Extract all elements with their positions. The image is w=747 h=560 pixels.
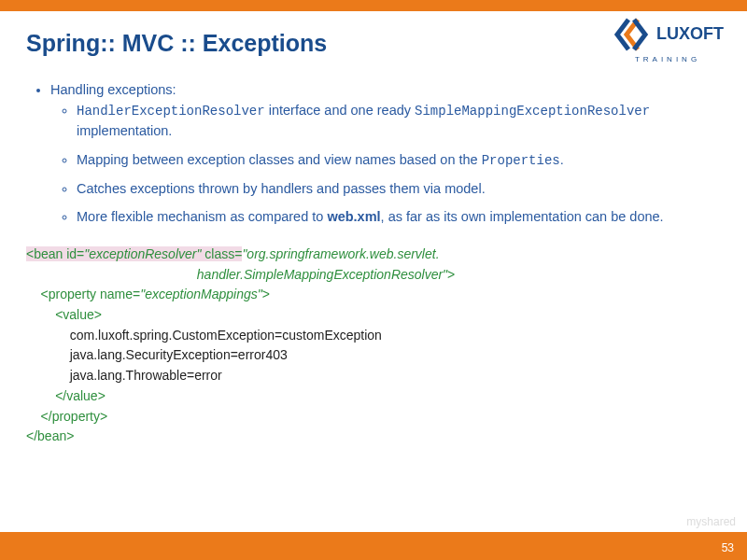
tok-angle-close-1: > — [447, 267, 455, 282]
text-post-1: implementation. — [77, 123, 172, 138]
tok-class-attr: class= — [204, 246, 242, 261]
page-number: 53 — [722, 541, 734, 554]
tok-id-val: "exceptionResolver" — [84, 246, 204, 261]
code-line-2: handler.SimpleMappingExceptionResolver"> — [26, 265, 721, 286]
code-ref-1: HandlerExceptionResolver — [77, 104, 265, 119]
tok-class-val1: "org.springframework.web.servlet. — [242, 246, 439, 261]
bullet-heading: Handling exceptions: HandlerExceptionRes… — [50, 80, 721, 228]
bold-ref: web.xml — [327, 209, 380, 224]
code-line-5: com.luxoft.spring.CustomException=custom… — [26, 326, 721, 346]
brand-subtitle: TRAINING — [607, 55, 728, 63]
code-line-4: <value> — [26, 305, 721, 326]
brand-name: LUXOFT — [656, 26, 724, 42]
code-line-7: java.lang.Throwable=error — [26, 366, 721, 386]
tok-value-open: <value> — [55, 307, 102, 322]
tok-map2: java.lang.SecurityException=error403 — [70, 347, 288, 362]
tok-prop-close: </property> — [41, 409, 108, 424]
heading-text: Handling exceptions: — [50, 82, 176, 97]
bullet-item-1: HandlerExceptionResolver interface and o… — [77, 101, 721, 142]
tok-class-val2: handler.SimpleMappingExceptionResolver" — [197, 267, 447, 282]
tok-angle-close-2: > — [262, 287, 270, 301]
slide-content: Handling exceptions: HandlerExceptionRes… — [26, 80, 721, 447]
text-pre-4: More flexible mechanism as compared to — [77, 209, 327, 224]
tok-bean-open: <bean — [26, 246, 66, 261]
code-line-9: </property> — [26, 407, 721, 427]
code-line-10: </bean> — [26, 427, 721, 447]
slide-title: Spring:: MVC :: Exceptions — [26, 30, 327, 57]
tok-id-attr: id= — [66, 246, 84, 261]
text-post-4: , as far as its own implementation can b… — [381, 209, 664, 224]
top-accent-bar — [0, 0, 747, 11]
tok-value-close: </value> — [55, 388, 106, 403]
bullet-item-3: Catches exceptions thrown by handlers an… — [77, 179, 721, 200]
bottom-accent-bar: 53 — [0, 532, 747, 560]
tok-bean-close: </bean> — [26, 428, 74, 443]
bullet-item-4: More flexible mechanism as compared to w… — [77, 207, 721, 228]
brand-logo: LUXOFT TRAINING — [607, 17, 728, 63]
bullet-item-2: Mapping between exception classes and vi… — [77, 150, 721, 171]
watermark-text: myshared — [686, 515, 736, 528]
tok-name-attr: name= — [100, 287, 140, 301]
tok-map3: java.lang.Throwable=error — [70, 368, 222, 383]
tok-name-val: "exceptionMappings" — [140, 287, 262, 301]
text-pre-2: Mapping between exception classes and vi… — [77, 152, 482, 167]
tok-map1: com.luxoft.spring.CustomException=custom… — [70, 328, 382, 343]
logo-chevron-icon — [612, 17, 651, 52]
code-ref-3: Properties — [482, 153, 560, 168]
text-mid-1: interface and one ready — [265, 103, 415, 118]
code-line-3: <property name="exceptionMappings"> — [26, 285, 721, 305]
tok-prop-open: <property — [41, 287, 100, 301]
code-ref-2: SimpleMappingExceptionResolver — [415, 104, 650, 119]
code-line-1: <bean id="exceptionResolver" class="org.… — [26, 245, 721, 265]
code-line-6: java.lang.SecurityException=error403 — [26, 345, 721, 366]
text-post-2: . — [560, 152, 564, 167]
code-line-8: </value> — [26, 386, 721, 407]
xml-code-block: <bean id="exceptionResolver" class="org.… — [26, 245, 721, 447]
